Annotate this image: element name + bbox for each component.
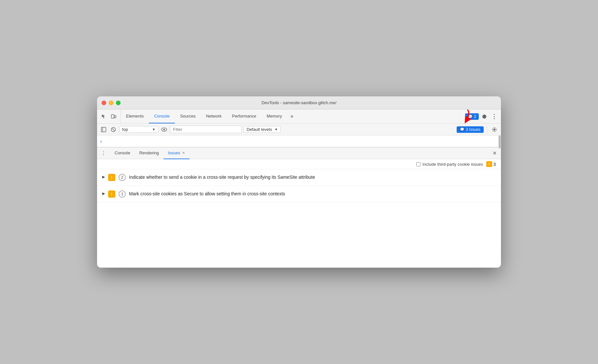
sidebar-toggle-icon[interactable]	[100, 126, 107, 133]
settings-icon[interactable]	[480, 112, 489, 121]
issue-row[interactable]: ▶ ! 2 Indicate whether to send a cookie …	[97, 169, 501, 186]
drawer-menu-icon[interactable]: ⋮	[100, 149, 107, 157]
issue-count-badge: 1	[119, 190, 126, 198]
tab-network[interactable]: Network	[201, 109, 227, 123]
third-party-filter-label[interactable]: Include third-party cookie issues	[416, 162, 483, 167]
close-button[interactable]	[102, 101, 106, 105]
issue-text: Indicate whether to send a cookie in a c…	[129, 174, 315, 181]
issue-count-badge: 2	[119, 174, 126, 181]
drawer-tab-issues[interactable]: Issues ✕	[164, 147, 190, 159]
console-scrollbar[interactable]	[498, 135, 501, 147]
device-toolbar-icon[interactable]	[109, 112, 118, 121]
warning-icon: !	[486, 161, 492, 167]
drawer-header: ⋮ Console Rendering Issues ✕ ✕	[97, 147, 501, 159]
drawer-tab-console[interactable]: Console	[110, 147, 135, 159]
console-toolbar: top ▼ Default levels ▼ 💬 3 Issues	[97, 124, 501, 135]
divider	[487, 126, 487, 133]
issues-total-count: 3	[493, 162, 496, 167]
more-options-icon[interactable]: ⋮	[490, 112, 498, 121]
issue-text: Mark cross-site cookies as Secure to all…	[129, 190, 285, 197]
clear-console-icon[interactable]	[109, 126, 117, 133]
scrollbar-thumb	[499, 135, 501, 148]
svg-rect-0	[111, 115, 114, 118]
empty-area	[97, 203, 501, 268]
issues-warning-count: ! 3	[486, 161, 496, 167]
svg-rect-1	[114, 116, 116, 118]
svg-line-6	[112, 128, 115, 131]
tab-console[interactable]: Console	[149, 109, 175, 123]
issue-warning-icon: !	[108, 190, 115, 198]
window-title: DevTools - samesite-sandbox.glitch.me/	[262, 100, 336, 105]
window-controls	[102, 101, 121, 105]
filter-input[interactable]	[170, 126, 242, 133]
expand-arrow-icon: ▶	[102, 175, 105, 179]
drawer-tab-rendering[interactable]: Rendering	[135, 147, 164, 159]
issues-icon: 💬	[468, 114, 473, 119]
tab-performance[interactable]: Performance	[227, 109, 261, 123]
expand-arrow-icon: ▶	[102, 191, 105, 196]
issues-toolbar-button[interactable]: 💬 3 Issues	[457, 126, 484, 133]
issues-badge-button[interactable]: 💬 2	[465, 113, 479, 120]
tab-sources[interactable]: Sources	[175, 109, 201, 123]
eye-icon[interactable]	[160, 126, 168, 133]
dropdown-arrow-icon: ▼	[152, 128, 155, 131]
svg-rect-3	[101, 127, 106, 132]
log-levels-selector[interactable]: Default levels ▼	[244, 126, 281, 133]
issues-toolbar-label: 3 Issues	[466, 127, 480, 132]
issue-warning-icon: !	[108, 174, 115, 181]
issues-toolbar-icon: 💬	[460, 127, 464, 132]
log-levels-arrow: ▼	[275, 128, 278, 131]
drawer: ⋮ Console Rendering Issues ✕ ✕ Include t…	[97, 147, 501, 268]
console-settings-icon[interactable]	[491, 126, 498, 133]
log-levels-label: Default levels	[247, 127, 272, 132]
tab-memory[interactable]: Memory	[262, 109, 287, 123]
context-selector[interactable]: top ▼	[119, 126, 158, 133]
tab-elements[interactable]: Elements	[121, 109, 149, 123]
titlebar: DevTools - samesite-sandbox.glitch.me/	[97, 96, 501, 109]
drawer-tab-close-icon[interactable]: ✕	[182, 151, 185, 155]
prompt-wrapper: ›	[97, 135, 501, 147]
devtools-window: DevTools - samesite-sandbox.glitch.me/ E…	[97, 96, 501, 268]
prompt-symbol: ›	[100, 139, 102, 144]
toolbar-right: 💬 2 ⋮	[463, 109, 501, 123]
minimize-button[interactable]	[109, 101, 113, 105]
third-party-filter-checkbox[interactable]	[416, 162, 420, 166]
nav-tabs: Elements Console Sources Network Perform…	[121, 109, 463, 123]
context-value: top	[122, 127, 128, 132]
inspect-icon[interactable]	[100, 112, 108, 121]
main-toolbar: Elements Console Sources Network Perform…	[97, 109, 501, 124]
issues-badge-count: 2	[474, 114, 476, 119]
svg-point-8	[164, 129, 165, 130]
toolbar-left-icons	[97, 109, 121, 123]
tab-more[interactable]: »	[287, 109, 297, 123]
issues-filter-bar: Include third-party cookie issues ! 3	[97, 159, 501, 169]
console-prompt[interactable]: ›	[97, 135, 501, 147]
issue-row[interactable]: ▶ ! 1 Mark cross-site cookies as Secure …	[97, 186, 501, 203]
drawer-close-button[interactable]: ✕	[491, 149, 498, 157]
maximize-button[interactable]	[116, 101, 121, 105]
